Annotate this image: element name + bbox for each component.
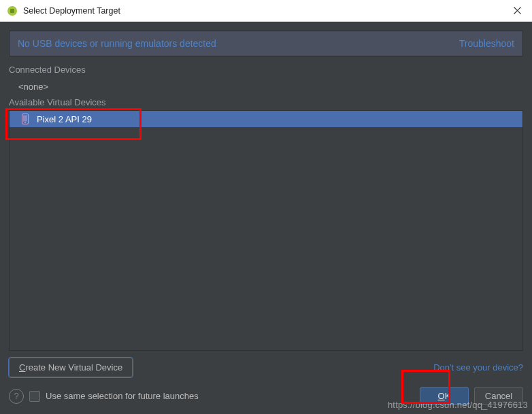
close-button[interactable] xyxy=(509,3,525,19)
device-list: Pixel 2 API 29 xyxy=(9,110,523,351)
ok-button[interactable]: OK xyxy=(420,387,469,405)
footer-row: ? Use same selection for future launches… xyxy=(9,387,523,405)
android-studio-icon xyxy=(7,5,18,16)
bottom-strip: Create New Virtual Device Don't see your… xyxy=(9,358,523,377)
troubleshoot-link[interactable]: Troubleshoot xyxy=(459,38,514,49)
use-same-checkbox[interactable] xyxy=(29,391,40,402)
dialog-body: No USB devices or running emulators dete… xyxy=(0,22,532,414)
footer-left: ? Use same selection for future launches xyxy=(9,389,199,404)
connected-none: <none> xyxy=(9,77,523,96)
dont-see-device-link[interactable]: Don't see your device? xyxy=(433,362,523,373)
title-bar: Select Deployment Target xyxy=(0,0,532,22)
create-new-virtual-device-button[interactable]: Create New Virtual Device xyxy=(9,358,133,377)
cancel-button[interactable]: Cancel xyxy=(474,387,523,405)
svg-rect-5 xyxy=(23,116,27,122)
footer-right: OK Cancel xyxy=(420,387,523,405)
window-title: Select Deployment Target xyxy=(23,6,509,16)
virtual-device-row[interactable]: Pixel 2 API 29 xyxy=(10,111,522,127)
available-virtual-devices-label: Available Virtual Devices xyxy=(9,97,523,107)
svg-rect-1 xyxy=(10,9,14,13)
warning-message: No USB devices or running emulators dete… xyxy=(18,38,216,49)
use-same-label: Use same selection for future launches xyxy=(46,391,199,401)
phone-icon xyxy=(20,114,30,124)
device-name: Pixel 2 API 29 xyxy=(37,114,92,124)
help-button[interactable]: ? xyxy=(9,389,24,404)
svg-point-6 xyxy=(24,122,26,123)
warning-banner: No USB devices or running emulators dete… xyxy=(9,31,523,56)
connected-devices-label: Connected Devices xyxy=(9,65,523,75)
